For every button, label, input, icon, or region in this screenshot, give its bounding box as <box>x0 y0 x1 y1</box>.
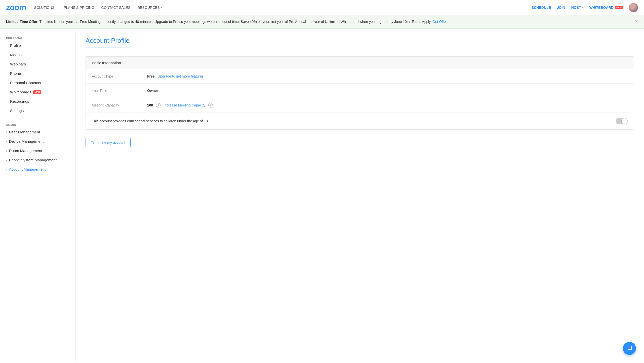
banner-text: Limited-Time Offer: The time limit on yo… <box>6 19 447 24</box>
toggle-track[interactable] <box>616 118 628 124</box>
capacity-number: 100 <box>147 103 153 107</box>
page-title: Account Profile <box>86 37 130 48</box>
banner-body: The time limit on your 1:1 Free Meetings… <box>39 20 432 24</box>
sidebar-item-recordings[interactable]: Recordings <box>0 97 75 106</box>
sidebar-item-meetings[interactable]: Meetings <box>0 50 75 59</box>
chat-button[interactable] <box>623 342 636 355</box>
chevron-right-icon: › <box>6 131 7 134</box>
account-type-label: Account Type <box>92 74 147 78</box>
sidebar: PERSONAL Profile Meetings Webinars Phone… <box>0 29 75 361</box>
chevron-right-icon: › <box>6 149 7 152</box>
meeting-capacity-row: Meeting Capacity 100 ? Increase Meeting … <box>86 98 634 113</box>
nav-contact-sales[interactable]: CONTACT SALES <box>101 6 130 10</box>
sidebar-item-settings[interactable]: Settings <box>0 106 75 115</box>
main-content: Account Profile Basic Information Accoun… <box>75 29 644 361</box>
account-type-text: Free <box>147 74 155 78</box>
chevron-down-icon: › <box>6 168 7 171</box>
logo[interactable]: zoom <box>6 3 26 12</box>
sidebar-item-profile[interactable]: Profile <box>0 41 75 50</box>
increase-capacity-help-icon[interactable]: ? <box>208 103 213 107</box>
chevron-down-icon: ▾ <box>582 6 583 9</box>
upgrade-link[interactable]: Upgrade to get more features <box>158 74 204 78</box>
role-text: Owner <box>147 89 158 93</box>
increase-capacity-link[interactable]: Increase Meeting Capacity <box>164 103 205 107</box>
card-body: Account Type Free Upgrade to get more fe… <box>86 69 634 129</box>
sidebar-item-room-management[interactable]: › Room Management <box>0 146 75 155</box>
nav-plans[interactable]: PLANS & PRICING <box>64 6 94 10</box>
your-role-row: Your Role Owner <box>86 84 634 98</box>
zoom-logo[interactable]: zoom <box>6 3 26 12</box>
nav-links: SOLUTIONS ▾ PLANS & PRICING CONTACT SALE… <box>34 6 532 10</box>
sidebar-item-personal-contacts[interactable]: Personal Contacts <box>0 78 75 87</box>
meeting-capacity-value: 100 ? Increase Meeting Capacity ? <box>147 103 213 107</box>
terminate-account-button[interactable]: Terminate my account <box>86 138 131 147</box>
navbar-right: SCHEDULE JOIN HOST ▾ WHITEBOARD NEW <box>532 3 638 12</box>
personal-section-label: PERSONAL <box>0 35 75 41</box>
account-type-value: Free Upgrade to get more features <box>147 74 204 78</box>
schedule-link[interactable]: SCHEDULE <box>532 6 551 10</box>
main-layout: PERSONAL Profile Meetings Webinars Phone… <box>0 29 644 361</box>
host-link[interactable]: HOST ▾ <box>571 6 583 10</box>
close-icon[interactable]: × <box>635 19 638 24</box>
education-row: This account provides educational servic… <box>86 113 634 129</box>
admin-section-label: ADMIN <box>0 121 75 127</box>
whiteboard-button[interactable]: WHITEBOARD NEW <box>589 6 623 10</box>
chat-icon <box>626 345 632 351</box>
sidebar-item-account-management[interactable]: › Account Management <box>0 165 75 174</box>
education-toggle[interactable] <box>616 118 628 124</box>
chevron-down-icon: ▾ <box>55 6 57 9</box>
join-link[interactable]: JOIN <box>557 6 565 10</box>
avatar-image <box>629 3 638 12</box>
capacity-help-icon[interactable]: ? <box>156 103 160 107</box>
education-label: This account provides educational servic… <box>92 119 208 123</box>
sidebar-item-device-management[interactable]: › Device Management <box>0 137 75 146</box>
banner-get-offer-link[interactable]: Get Offer <box>432 20 447 24</box>
navbar: zoom SOLUTIONS ▾ PLANS & PRICING CONTACT… <box>0 0 644 15</box>
sidebar-item-phone[interactable]: Phone <box>0 69 75 78</box>
chevron-right-icon: › <box>6 159 7 162</box>
nav-solutions[interactable]: SOLUTIONS ▾ <box>34 6 57 10</box>
basic-info-card: Basic Information Account Type Free Upgr… <box>86 56 634 130</box>
chevron-down-icon: ▾ <box>161 6 162 9</box>
account-type-row: Account Type Free Upgrade to get more fe… <box>86 69 634 84</box>
card-header: Basic Information <box>86 57 634 69</box>
chevron-right-icon: › <box>6 140 7 143</box>
sidebar-item-phone-system-management[interactable]: › Phone System Management <box>0 155 75 165</box>
whiteboards-new-badge: NEW <box>33 90 41 94</box>
user-avatar[interactable] <box>629 3 638 12</box>
banner-bold: Limited-Time Offer: <box>6 20 38 24</box>
sidebar-item-whiteboards[interactable]: Whiteboards NEW <box>0 87 75 97</box>
whiteboard-link[interactable]: WHITEBOARD <box>589 6 614 10</box>
sidebar-item-webinars[interactable]: Webinars <box>0 59 75 69</box>
your-role-value: Owner <box>147 89 158 93</box>
sidebar-item-user-management[interactable]: › User Management <box>0 127 75 137</box>
toggle-thumb <box>622 118 627 124</box>
promo-banner: Limited-Time Offer: The time limit on yo… <box>0 15 644 29</box>
nav-resources[interactable]: RESOURCES ▾ <box>137 6 162 10</box>
meeting-capacity-label: Meeting Capacity <box>92 103 147 107</box>
your-role-label: Your Role <box>92 89 147 93</box>
new-badge: NEW <box>615 6 623 9</box>
